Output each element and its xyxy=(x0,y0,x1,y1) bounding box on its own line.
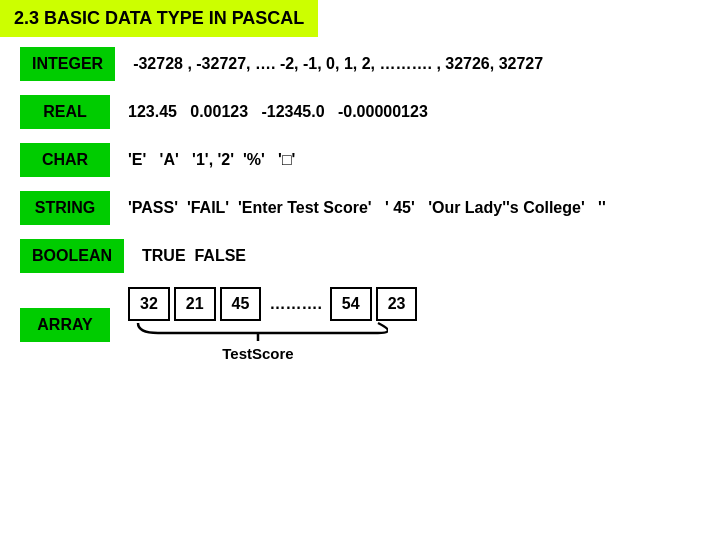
array-box-2: 45 xyxy=(220,287,262,321)
real-value: 123.45 0.00123 -12345.0 -0.00000123 xyxy=(128,103,428,121)
string-value: 'PASS' 'FAIL' 'Enter Test Score' ' 45' '… xyxy=(128,199,606,217)
array-row: ARRAY 32 21 45 ………. 54 23 xyxy=(20,287,700,362)
content-area: INTEGER -32728 , -32727, …. -2, -1, 0, 1… xyxy=(0,37,720,376)
testscore-label: TestScore xyxy=(128,345,388,362)
array-box-0: 32 xyxy=(128,287,170,321)
boolean-label: BOOLEAN xyxy=(20,239,124,273)
char-row: CHAR 'E' 'A' '1', '2' '%' '□' xyxy=(20,143,700,177)
integer-label: INTEGER xyxy=(20,47,115,81)
integer-row: INTEGER -32728 , -32727, …. -2, -1, 0, 1… xyxy=(20,47,700,81)
array-box-4: 23 xyxy=(376,287,418,321)
array-dots: ………. xyxy=(269,295,321,313)
char-label: CHAR xyxy=(20,143,110,177)
string-row: STRING 'PASS' 'FAIL' 'Enter Test Score' … xyxy=(20,191,700,225)
page: 2.3 BASIC DATA TYPE IN PASCAL INTEGER -3… xyxy=(0,0,720,540)
char-value: 'E' 'A' '1', '2' '%' '□' xyxy=(128,151,295,169)
real-row: REAL 123.45 0.00123 -12345.0 -0.00000123 xyxy=(20,95,700,129)
array-box-1: 21 xyxy=(174,287,216,321)
integer-value: -32728 , -32727, …. -2, -1, 0, 1, 2, ………… xyxy=(133,55,543,73)
page-title: 2.3 BASIC DATA TYPE IN PASCAL xyxy=(14,8,304,28)
boolean-value: TRUE FALSE xyxy=(142,247,246,265)
title-bar: 2.3 BASIC DATA TYPE IN PASCAL xyxy=(0,0,318,37)
real-label: REAL xyxy=(20,95,110,129)
brace-area: TestScore xyxy=(128,321,417,362)
array-box-3: 54 xyxy=(330,287,372,321)
boolean-row: BOOLEAN TRUE FALSE xyxy=(20,239,700,273)
array-label: ARRAY xyxy=(20,308,110,342)
array-boxes: 32 21 45 ………. 54 23 xyxy=(128,287,417,321)
string-label: STRING xyxy=(20,191,110,225)
brace-svg xyxy=(128,321,388,343)
array-content: 32 21 45 ………. 54 23 TestScore xyxy=(128,287,417,362)
